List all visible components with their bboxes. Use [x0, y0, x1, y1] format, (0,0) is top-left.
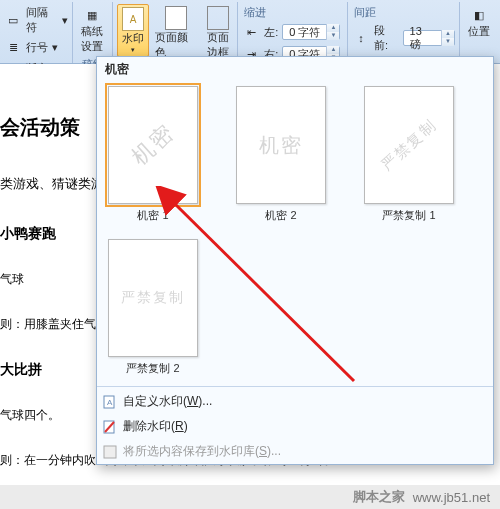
spacing-before-spinner[interactable]: 13 磅▲▼ [403, 30, 455, 46]
menu-custom-watermark[interactable]: A 自定义水印(W)... [97, 389, 493, 414]
menu-remove-watermark[interactable]: 删除水印(R) [97, 414, 493, 439]
ribbon-item-linenum[interactable]: ≣行号 ▾ [4, 38, 58, 56]
footer-site: 脚本之家 [353, 488, 405, 506]
footer-url: www.jb51.net [413, 490, 490, 505]
indent-label: 缩进 [242, 4, 343, 20]
indent-left-spinner[interactable]: 0 字符▲▼ [282, 24, 340, 40]
spacing-before: ↕ 段前: 13 磅▲▼ [352, 23, 455, 53]
watermark-thumb-confidential-2[interactable]: 机密 机密 2 [231, 86, 331, 223]
save-gallery-icon [102, 444, 118, 460]
pageborder-icon [207, 6, 229, 30]
indent-left-icon: ⇤ [242, 23, 260, 41]
separator [97, 386, 493, 387]
watermark-thumb-nocopy-2[interactable]: 严禁复制 严禁复制 2 [103, 239, 203, 376]
thumb-caption: 严禁复制 2 [126, 361, 179, 376]
thumb-caption: 严禁复制 1 [382, 208, 435, 223]
watermark-icon: A [122, 7, 144, 31]
spacer-icon: ▭ [4, 11, 22, 29]
ribbon: ▭间隔符 ▾ ≣行号 ▾ b-断字 ▾ ▦ 稿纸 设置 稿纸 A 水印 ▾ 页面… [0, 0, 500, 64]
position-icon: ◧ [470, 6, 488, 24]
linenum-icon: ≣ [4, 38, 22, 56]
svg-text:A: A [107, 398, 113, 407]
menu-save-to-gallery: 将所选内容保存到水印库(S)... [97, 439, 493, 464]
watermark-thumb-nocopy-1[interactable]: 严禁复制 严禁复制 1 [359, 86, 459, 223]
svg-rect-4 [104, 446, 116, 458]
watermark-gallery-dropdown: 机密 机密 机密 1 机密 机密 2 严禁复制 严禁复制 1 严禁复制 严禁复制… [96, 56, 494, 465]
ribbon-btn-manuscript[interactable]: ▦ 稿纸 设置 [77, 4, 107, 56]
ribbon-item-spacer[interactable]: ▭间隔符 ▾ [4, 5, 68, 35]
dropdown-header: 机密 [97, 57, 493, 82]
indent-left: ⇤ 左: 0 字符▲▼ [242, 23, 343, 41]
page-watermark: 脚本之家 www.jb51.net [0, 485, 500, 509]
spacing-label: 间距 [352, 4, 455, 20]
custom-watermark-icon: A [102, 394, 118, 410]
grid-icon: ▦ [83, 6, 101, 24]
ribbon-btn-pageborder[interactable]: 页面 边框 [203, 4, 233, 62]
thumb-caption: 机密 2 [265, 208, 296, 223]
thumb-caption: 机密 1 [137, 208, 168, 223]
ribbon-btn-position[interactable]: ◧ 位置 [464, 4, 494, 41]
ribbon-btn-watermark[interactable]: A 水印 ▾ [117, 4, 149, 57]
spacing-before-icon: ↕ [352, 29, 370, 47]
remove-watermark-icon [102, 419, 118, 435]
pagecolor-icon [165, 6, 187, 30]
watermark-thumb-confidential-1[interactable]: 机密 机密 1 [103, 86, 203, 223]
thumbnail-grid: 机密 机密 1 机密 机密 2 严禁复制 严禁复制 1 严禁复制 严禁复制 2 [97, 82, 493, 384]
